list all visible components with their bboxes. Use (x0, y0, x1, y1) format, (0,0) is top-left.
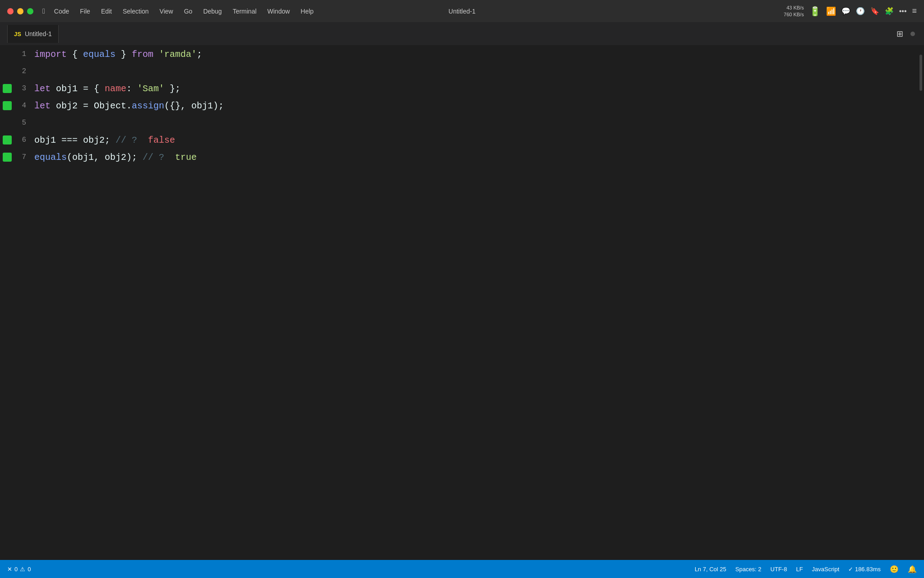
menubar:  Code File Edit Selection View Go Debug… (0, 0, 924, 22)
code-line-1: import { equals } from 'ramda' ; (34, 46, 918, 63)
battery-icon: 🔋 (809, 6, 821, 17)
menubar-right: 43 KB/s 760 KB/s 🔋 📶 💬 🕐 🔖 🧩 ••• ≡ (784, 5, 917, 18)
line-number-2: 2 (14, 67, 26, 75)
chat-icon: 💬 (841, 7, 850, 15)
menu-selection[interactable]: Selection (117, 6, 154, 17)
window-title: Untitled-1 (448, 8, 476, 15)
status-left: ✕ 0 ⚠ 0 (7, 566, 31, 573)
colon-1: : (126, 84, 137, 94)
space-result-2 (164, 152, 175, 163)
gutter-line-7: 7 (0, 149, 27, 166)
line-number-4: 4 (14, 102, 26, 110)
breakpoint-6 (3, 135, 12, 144)
menu-file[interactable]: File (74, 6, 96, 17)
menu-items:  Code File Edit Selection View Go Debug… (42, 6, 784, 17)
menu-terminal[interactable]: Terminal (227, 6, 262, 17)
more-icon: ••• (899, 7, 907, 15)
language-mode[interactable]: JavaScript (812, 566, 840, 573)
list-icon: ≡ (912, 6, 917, 16)
obj2-ref-1: obj2; (78, 135, 116, 145)
menu-debug[interactable]: Debug (198, 6, 227, 17)
error-number: 0 (14, 566, 18, 573)
line-number-7: 7 (14, 153, 26, 161)
menu-view[interactable]: View (154, 6, 179, 17)
breakpoint-4 (3, 101, 12, 110)
code-area[interactable]: import { equals } from 'ramda' ; let obj… (27, 46, 918, 560)
obj1-decl: obj1 = { (51, 84, 105, 94)
close-button[interactable] (7, 8, 14, 14)
punctuation-2: } (116, 49, 132, 60)
apple-logo:  (42, 7, 45, 15)
wifi-icon: 📶 (826, 6, 836, 16)
menu-help[interactable]: Help (295, 6, 319, 17)
menu-go[interactable]: Go (179, 6, 198, 17)
menu-edit[interactable]: Edit (96, 6, 117, 17)
keyword-import: import (34, 49, 67, 60)
encoding[interactable]: UTF-8 (771, 566, 787, 573)
gutter-line-1: 1 (0, 46, 27, 63)
error-icon: ✕ (7, 566, 12, 573)
bell-icon: 🔔 (908, 565, 917, 573)
obj1-ref-1: obj1 (34, 135, 61, 145)
code-line-5 (34, 114, 918, 131)
fn-equals: equals (83, 49, 116, 60)
comment-2: // ? (143, 152, 164, 163)
gutter-line-4: 4 (0, 97, 27, 114)
gutter-line-3: 3 (0, 80, 27, 97)
breakpoint-7 (3, 153, 12, 162)
triple-equals: === (61, 135, 78, 145)
minimize-button[interactable] (17, 8, 23, 14)
fn-assign: assign (132, 101, 164, 111)
code-line-7: equals (obj1, obj2); // ? true (34, 149, 918, 166)
status-right: Ln 7, Col 25 Spaces: 2 UTF-8 LF JavaScri… (695, 565, 917, 573)
comment-1: // ? (116, 135, 137, 145)
keyword-let-1: let (34, 84, 51, 94)
timing: ✓ 186.83ms (848, 566, 881, 573)
breakpoint-empty-5 (3, 118, 12, 127)
menu-window[interactable]: Window (262, 6, 296, 17)
scrollbar-track[interactable] (918, 46, 924, 560)
string-sam: 'Sam' (137, 84, 164, 94)
network-stats: 43 KB/s 760 KB/s (784, 5, 804, 18)
fn-equals-call: equals (34, 152, 67, 163)
circle-dot-icon (910, 32, 915, 36)
assign-args: ({}, obj1); (164, 101, 224, 111)
cursor-position[interactable]: Ln 7, Col 25 (695, 566, 726, 573)
gutter: 1 2 3 4 5 6 7 (0, 46, 27, 560)
semicolon-1: ; (197, 49, 202, 60)
prop-name: name (105, 84, 126, 94)
smiley-icon: 🙂 (890, 565, 899, 573)
tabbar: JS Untitled-1 ⊞ (0, 22, 924, 46)
close-brace-1: }; (164, 84, 180, 94)
space-result-1 (137, 135, 148, 145)
editor[interactable]: 1 2 3 4 5 6 7 (0, 46, 924, 560)
breakpoint-empty-1 (3, 50, 12, 59)
tab-untitled1[interactable]: JS Untitled-1 (7, 25, 59, 43)
js-file-icon: JS (14, 31, 21, 37)
clock-icon: 🕐 (856, 7, 865, 15)
line-number-5: 5 (14, 119, 26, 127)
maximize-button[interactable] (27, 8, 33, 14)
traffic-lights (7, 8, 33, 14)
line-number-1: 1 (14, 50, 26, 58)
code-line-2 (34, 63, 918, 80)
code-line-4: let obj2 = Object. assign ({}, obj1); (34, 97, 918, 114)
line-ending[interactable]: LF (796, 566, 803, 573)
menu-code[interactable]: Code (49, 6, 74, 17)
split-editor-icon[interactable]: ⊞ (896, 29, 903, 39)
keyword-from: from (132, 49, 153, 60)
scrollbar-thumb[interactable] (919, 55, 922, 91)
code-line-3: let obj1 = { name : 'Sam' }; (34, 80, 918, 97)
result-false: false (148, 135, 175, 145)
error-count[interactable]: ✕ 0 ⚠ 0 (7, 566, 31, 573)
breakpoint-empty-2 (3, 67, 12, 76)
punctuation-1: { (67, 49, 83, 60)
code-line-6: obj1 === obj2; // ? false (34, 131, 918, 149)
gutter-line-2: 2 (0, 63, 27, 80)
string-ramda: 'ramda' (159, 49, 197, 60)
keyword-let-2: let (34, 101, 51, 111)
space-1 (153, 49, 159, 60)
indentation[interactable]: Spaces: 2 (735, 566, 762, 573)
result-true: true (175, 152, 197, 163)
statusbar: ✕ 0 ⚠ 0 Ln 7, Col 25 Spaces: 2 UTF-8 LF … (0, 560, 924, 578)
